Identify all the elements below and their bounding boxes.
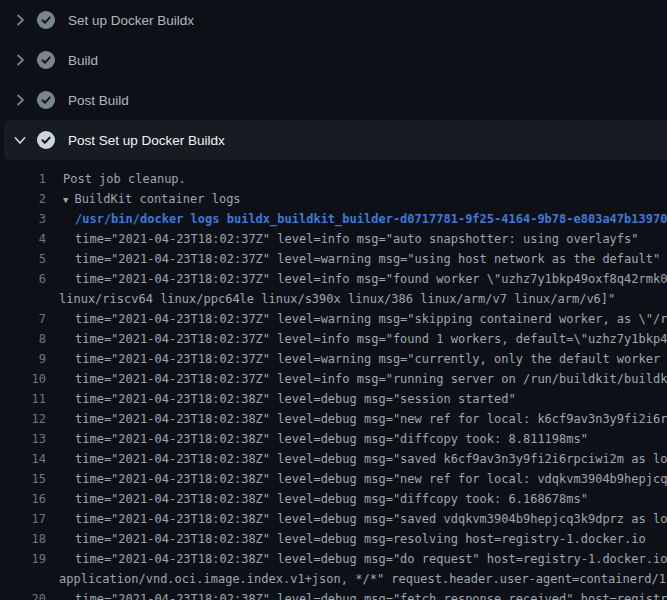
log-text-content: time="2021-04-23T18:02:38Z" level=debug … bbox=[75, 432, 588, 446]
log-command-line: 3 ▼/usr/bin/docker logs buildx_buildkit_… bbox=[0, 209, 667, 229]
log-line: 9 ▼time="2021-04-23T18:02:37Z" level=war… bbox=[0, 349, 667, 369]
line-number[interactable]: 13 bbox=[0, 429, 46, 449]
line-number[interactable]: 1 bbox=[0, 169, 46, 189]
line-number[interactable]: 14 bbox=[0, 449, 46, 469]
log-text: ▼time="2021-04-23T18:02:37Z" level=warni… bbox=[75, 349, 667, 369]
log-text-content: time="2021-04-23T18:02:38Z" level=debug … bbox=[75, 412, 667, 426]
line-number[interactable]: 5 bbox=[0, 249, 46, 269]
log-text: ▼time="2021-04-23T18:02:37Z" level=info … bbox=[75, 369, 667, 389]
log-text-content: BuildKit container logs bbox=[74, 192, 240, 206]
log-line: 13 ▼time="2021-04-23T18:02:38Z" level=de… bbox=[0, 429, 667, 449]
log-group-line: 2 ▼BuildKit container logs bbox=[0, 189, 667, 209]
line-number[interactable] bbox=[0, 289, 46, 309]
log-text[interactable]: ▼BuildKit container logs bbox=[63, 189, 667, 209]
step-header[interactable]: Post Build bbox=[0, 80, 667, 120]
log-line: 16 ▼time="2021-04-23T18:02:38Z" level=de… bbox=[0, 489, 667, 509]
log-line: 6 ▼time="2021-04-23T18:02:37Z" level=inf… bbox=[0, 269, 667, 289]
log-line: 15 ▼time="2021-04-23T18:02:38Z" level=de… bbox=[0, 469, 667, 489]
log-area: 1 ▼Post job cleanup. 2 ▼BuildKit contain… bbox=[0, 160, 667, 600]
line-number[interactable]: 17 bbox=[0, 509, 46, 529]
log-text-content: time="2021-04-23T18:02:38Z" level=debug … bbox=[75, 592, 667, 600]
log-line: ▼linux/riscv64 linux/ppc64le linux/s390x… bbox=[0, 289, 667, 309]
log-text: ▼time="2021-04-23T18:02:38Z" level=debug… bbox=[75, 589, 667, 600]
step-label: Post Set up Docker Buildx bbox=[68, 133, 225, 148]
log-text: ▼time="2021-04-23T18:02:38Z" level=debug… bbox=[75, 469, 667, 489]
log-text: ▼application/vnd.oci.image.index.v1+json… bbox=[59, 569, 667, 589]
line-number[interactable] bbox=[0, 569, 46, 589]
log-text-content: application/vnd.oci.image.index.v1+json,… bbox=[59, 572, 667, 586]
actions-log-viewer: Set up Docker Buildx Build bbox=[0, 0, 667, 600]
log-text: ▼time="2021-04-23T18:02:38Z" level=debug… bbox=[75, 389, 667, 409]
line-number[interactable]: 19 bbox=[0, 549, 46, 569]
line-number[interactable]: 4 bbox=[0, 229, 46, 249]
line-number[interactable]: 2 bbox=[0, 189, 46, 209]
log-line: 10 ▼time="2021-04-23T18:02:37Z" level=in… bbox=[0, 369, 667, 389]
log-line: 1 ▼Post job cleanup. bbox=[0, 169, 667, 189]
log-text-content: linux/riscv64 linux/ppc64le linux/s390x … bbox=[59, 292, 615, 306]
log-line: 19 ▼time="2021-04-23T18:02:38Z" level=de… bbox=[0, 549, 667, 569]
log-text: ▼time="2021-04-23T18:02:38Z" level=debug… bbox=[75, 529, 667, 549]
log-text-content: time="2021-04-23T18:02:37Z" level=warnin… bbox=[75, 312, 667, 326]
log-text-content: time="2021-04-23T18:02:38Z" level=debug … bbox=[75, 512, 667, 526]
log-line: 4 ▼time="2021-04-23T18:02:37Z" level=inf… bbox=[0, 229, 667, 249]
log-text: ▼time="2021-04-23T18:02:38Z" level=debug… bbox=[75, 489, 667, 509]
chevron-right-icon[interactable] bbox=[12, 92, 28, 108]
log-text-content: time="2021-04-23T18:02:37Z" level=info m… bbox=[75, 272, 667, 286]
line-number[interactable]: 16 bbox=[0, 489, 46, 509]
log-text-content: time="2021-04-23T18:02:38Z" level=debug … bbox=[75, 452, 667, 466]
log-text-content: time="2021-04-23T18:02:38Z" level=debug … bbox=[75, 392, 516, 406]
log-line: 14 ▼time="2021-04-23T18:02:38Z" level=de… bbox=[0, 449, 667, 469]
log-text: ▼time="2021-04-23T18:02:37Z" level=warni… bbox=[75, 249, 667, 269]
line-number[interactable]: 9 bbox=[0, 349, 46, 369]
line-number[interactable]: 20 bbox=[0, 589, 46, 600]
line-number[interactable]: 7 bbox=[0, 309, 46, 329]
line-number[interactable]: 18 bbox=[0, 529, 46, 549]
check-circle-icon bbox=[37, 91, 55, 109]
log-text: ▼linux/riscv64 linux/ppc64le linux/s390x… bbox=[59, 289, 667, 309]
line-number[interactable]: 11 bbox=[0, 389, 46, 409]
chevron-right-icon[interactable] bbox=[12, 12, 28, 28]
chevron-right-icon[interactable] bbox=[12, 52, 28, 68]
log-text: ▼time="2021-04-23T18:02:37Z" level=info … bbox=[75, 269, 667, 289]
log-line: 18 ▼time="2021-04-23T18:02:38Z" level=de… bbox=[0, 529, 667, 549]
step-label: Set up Docker Buildx bbox=[68, 13, 194, 28]
step-header[interactable]: Build bbox=[0, 40, 667, 80]
check-circle-icon bbox=[37, 51, 55, 69]
log-line: 11 ▼time="2021-04-23T18:02:38Z" level=de… bbox=[0, 389, 667, 409]
log-text-content: time="2021-04-23T18:02:37Z" level=info m… bbox=[75, 372, 667, 386]
log-line: ▼application/vnd.oci.image.index.v1+json… bbox=[0, 569, 667, 589]
line-number[interactable]: 6 bbox=[0, 269, 46, 289]
log-line: 5 ▼time="2021-04-23T18:02:37Z" level=war… bbox=[0, 249, 667, 269]
line-number[interactable]: 12 bbox=[0, 409, 46, 429]
step-label: Post Build bbox=[68, 93, 129, 108]
log-text: ▼time="2021-04-23T18:02:37Z" level=warni… bbox=[75, 309, 667, 329]
step-header[interactable]: Post Set up Docker Buildx bbox=[4, 120, 667, 160]
log-text-content: time="2021-04-23T18:02:37Z" level=warnin… bbox=[75, 252, 660, 266]
log-line: 7 ▼time="2021-04-23T18:02:37Z" level=war… bbox=[0, 309, 667, 329]
steps-list: Set up Docker Buildx Build bbox=[0, 0, 667, 160]
check-circle-icon bbox=[37, 131, 55, 149]
check-circle-icon bbox=[37, 11, 55, 29]
log-text: ▼time="2021-04-23T18:02:38Z" level=debug… bbox=[75, 549, 667, 569]
log-text: ▼/usr/bin/docker logs buildx_buildkit_bu… bbox=[75, 209, 667, 229]
line-number[interactable]: 3 bbox=[0, 209, 46, 229]
log-text-content: time="2021-04-23T18:02:37Z" level=info m… bbox=[75, 332, 667, 346]
line-number[interactable]: 10 bbox=[0, 369, 46, 389]
log-text: ▼time="2021-04-23T18:02:38Z" level=debug… bbox=[75, 449, 667, 469]
log-text-content: time="2021-04-23T18:02:38Z" level=debug … bbox=[75, 532, 646, 546]
log-text: ▼time="2021-04-23T18:02:38Z" level=debug… bbox=[75, 509, 667, 529]
step-label: Build bbox=[68, 53, 98, 68]
step-header[interactable]: Set up Docker Buildx bbox=[0, 0, 667, 40]
log-text: ▼time="2021-04-23T18:02:37Z" level=info … bbox=[75, 229, 667, 249]
chevron-down-icon[interactable] bbox=[12, 132, 28, 148]
log-text: ▼Post job cleanup. bbox=[63, 169, 667, 189]
log-text-content: time="2021-04-23T18:02:38Z" level=debug … bbox=[75, 552, 667, 566]
group-toggle-icon[interactable]: ▼ bbox=[63, 195, 68, 205]
log-line: 12 ▼time="2021-04-23T18:02:38Z" level=de… bbox=[0, 409, 667, 429]
log-text-content: /usr/bin/docker logs buildx_buildkit_bui… bbox=[75, 212, 667, 226]
log-text-content: time="2021-04-23T18:02:38Z" level=debug … bbox=[75, 472, 667, 486]
log-line: 20 ▼time="2021-04-23T18:02:38Z" level=de… bbox=[0, 589, 667, 600]
line-number[interactable]: 15 bbox=[0, 469, 46, 489]
log-text-content: time="2021-04-23T18:02:37Z" level=info m… bbox=[75, 232, 639, 246]
line-number[interactable]: 8 bbox=[0, 329, 46, 349]
